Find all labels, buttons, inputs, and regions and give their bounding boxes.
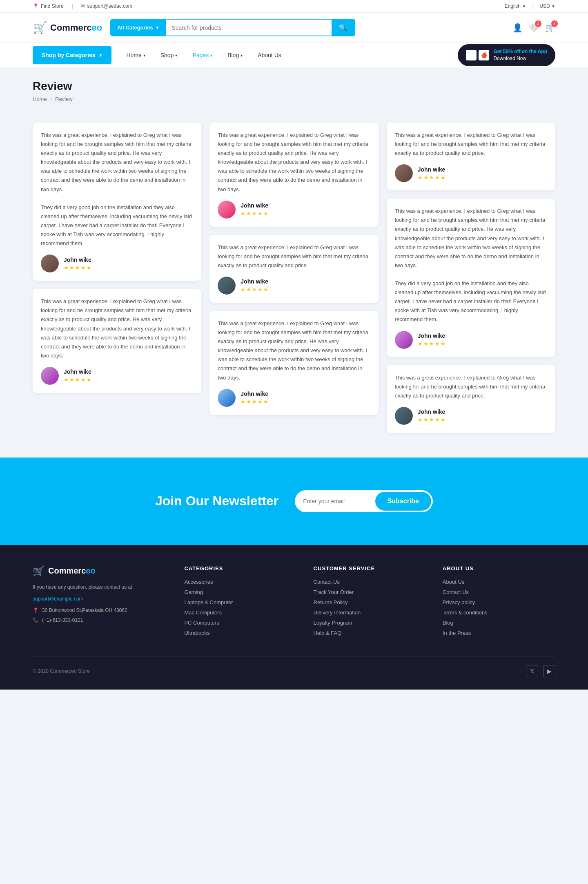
youtube-icon[interactable]: ▶	[543, 665, 555, 677]
chevron-down-icon: ▼	[156, 25, 160, 30]
subscribe-button[interactable]: Subscribe	[375, 492, 431, 511]
category-dropdown[interactable]: All Categories ▼	[111, 20, 165, 36]
footer-link-loyalty[interactable]: Loyalty Program	[314, 620, 426, 626]
footer-link-about-us[interactable]: About Us	[443, 579, 555, 585]
header-icons: 👤 🤍 2 🛒 3	[512, 23, 555, 33]
reviewer-name: John wike	[418, 166, 446, 173]
footer-link-contact[interactable]: Contact Us	[314, 579, 426, 585]
nav-shop[interactable]: Shop ▾	[154, 46, 184, 64]
avatar-image	[218, 201, 236, 219]
reviewer-info: John wike ★★★★★	[241, 202, 269, 217]
reviewer: John wike ★★★★★	[218, 389, 370, 407]
footer-about: ABOUT US About Us Contact Us Privacy pol…	[443, 565, 555, 640]
reviews-col-2: This was a great experience. I explained…	[209, 123, 378, 415]
footer-link-pc[interactable]: PC Computers	[184, 620, 297, 626]
nav: Shop by Categories ▼ Home ▾ Shop ▾ Pages…	[0, 42, 588, 67]
reviewer-info: John wike ★★★★★	[64, 368, 92, 383]
chevron-down-icon: ▾	[241, 53, 243, 58]
avatar-image	[395, 407, 413, 425]
support-email[interactable]: ✉ support@sedac.com	[81, 3, 132, 9]
logo[interactable]: 🛒 Commerceo	[33, 21, 102, 34]
chevron-down-icon: ▼	[551, 4, 555, 9]
header: 🛒 Commerceo All Categories ▼ 🔍 👤 🤍 2 🛒 3	[0, 13, 588, 42]
reviewer-info: John wike ★★★★★	[241, 278, 269, 292]
footer-link-returns[interactable]: Returns Policy	[314, 599, 426, 605]
avatar	[395, 164, 413, 182]
user-icon[interactable]: 👤	[512, 23, 523, 33]
footer-link-privacy[interactable]: Privacy policy	[443, 599, 555, 605]
cart-badge: 3	[551, 20, 558, 27]
avatar	[218, 201, 236, 219]
reviewer: John wike ★★★★★	[395, 331, 547, 349]
review-text: This was a great experience. I explained…	[218, 319, 370, 382]
review-text: This was a great experience. I explained…	[395, 207, 547, 324]
footer-email[interactable]: support@example.com	[33, 596, 168, 602]
avatar	[41, 254, 59, 272]
star-rating: ★★★★★	[64, 377, 92, 383]
chevron-down-icon: ▾	[210, 53, 212, 58]
currency-selector[interactable]: USD ▼	[539, 3, 555, 9]
review-card: This was a great experience. I explained…	[209, 123, 378, 227]
footer-link-track-order[interactable]: Track Your Order	[314, 589, 426, 595]
footer-top: 🛒 Commerceo If you have any question, pl…	[33, 565, 555, 640]
reviewer-info: John wike ★★★★★	[418, 166, 446, 181]
nav-links: Home ▾ Shop ▾ Pages ▾ Blog ▾ About Us	[120, 46, 458, 64]
reviewer-name: John wike	[418, 333, 446, 339]
breadcrumb-home[interactable]: Home	[33, 96, 47, 102]
avatar	[395, 331, 413, 349]
location-icon: 📍	[33, 3, 39, 9]
wishlist-badge: 2	[535, 20, 541, 27]
reviewer-info: John wike ★★★★★	[418, 409, 446, 423]
footer-link-terms[interactable]: Terms & conditions	[443, 609, 555, 616]
search-input[interactable]	[166, 20, 332, 36]
page-title: Review	[33, 80, 555, 93]
footer-link-ultrabooks[interactable]: Ultrabooks	[184, 630, 297, 636]
reviewer-name: John wike	[241, 278, 269, 285]
top-bar: 📍 Find Store | ✉ support@sedac.com Engli…	[0, 0, 588, 13]
footer-link-laptops[interactable]: Laptops & Computer	[184, 599, 297, 605]
star-rating: ★★★★★	[241, 286, 269, 292]
search-icon: 🔍	[339, 24, 347, 31]
avatar-image	[41, 254, 59, 272]
reviews-col-3: This was a great experience. I explained…	[387, 123, 555, 433]
twitter-icon[interactable]: 𝕏	[526, 665, 538, 677]
review-text: This was a great experience. I explained…	[41, 131, 193, 248]
review-card: This was a great experience. I explained…	[209, 311, 378, 415]
footer-link-gaming[interactable]: Gaming	[184, 589, 297, 595]
star-rating: ★★★★★	[241, 210, 269, 217]
cart-icon[interactable]: 🛒 3	[545, 23, 555, 33]
app-download-banner[interactable]: ▶ 🍎 Get 50% off on the App Download Now	[458, 44, 555, 66]
footer-link-help-faq[interactable]: Help & FAQ	[314, 630, 426, 636]
find-store[interactable]: 📍 Find Store	[33, 3, 63, 9]
footer-link-accessories[interactable]: Accessories	[184, 579, 297, 585]
footer-link-contact-us[interactable]: Contact Us	[443, 589, 555, 595]
footer-link-delivery[interactable]: Delivery Information	[314, 609, 426, 616]
play-store-icon: ▶	[466, 50, 477, 60]
avatar-image	[395, 331, 413, 349]
footer-link-press[interactable]: In the Press	[443, 630, 555, 636]
reviewer: John wike ★★★★★	[395, 164, 547, 182]
shop-by-categories-button[interactable]: Shop by Categories ▼	[33, 46, 111, 64]
language-selector[interactable]: English ▼	[505, 3, 526, 9]
footer-link-blog[interactable]: Blog	[443, 620, 555, 626]
nav-about[interactable]: About Us	[251, 46, 288, 64]
logo-text: Commerceo	[50, 22, 102, 33]
search-bar: All Categories ▼ 🔍	[110, 19, 355, 36]
review-text: This was a great experience. I explained…	[395, 373, 547, 400]
chevron-down-icon: ▼	[522, 4, 526, 9]
footer-brand: 🛒 Commerceo If you have any question, pl…	[33, 565, 168, 640]
reviewer: John wike ★★★★★	[218, 201, 370, 219]
footer-link-mac[interactable]: Mac Computers	[184, 609, 297, 616]
avatar-image	[218, 277, 236, 295]
star-rating: ★★★★★	[241, 399, 269, 405]
breadcrumb-separator: ›	[50, 96, 52, 102]
newsletter-email-input[interactable]	[303, 498, 375, 505]
search-button[interactable]: 🔍	[332, 20, 354, 36]
breadcrumb-section: Review Home › Review	[0, 67, 588, 110]
nav-home[interactable]: Home ▾	[120, 46, 151, 64]
newsletter-title: Join Our Newsletter	[155, 493, 278, 509]
breadcrumb: Home › Review	[33, 96, 555, 102]
nav-blog[interactable]: Blog ▾	[221, 46, 249, 64]
wishlist-icon[interactable]: 🤍 2	[529, 23, 539, 33]
nav-pages[interactable]: Pages ▾	[186, 46, 219, 64]
